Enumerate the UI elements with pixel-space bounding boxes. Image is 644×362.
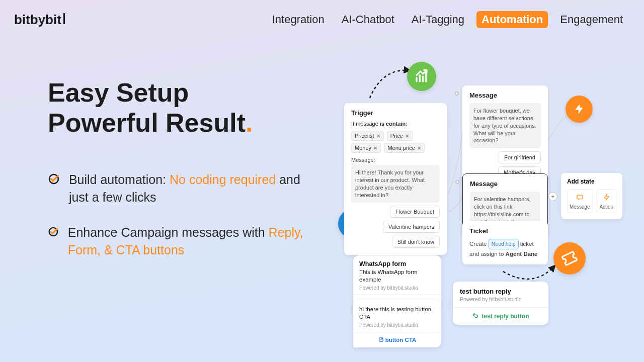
close-icon[interactable]: ✕ bbox=[405, 133, 409, 139]
hero-title: Easy Setup Powerful Result. bbox=[48, 78, 309, 138]
reply-cta[interactable]: test reply button bbox=[460, 308, 541, 325]
ticket-icon bbox=[559, 248, 581, 269]
add-state-action[interactable]: Action bbox=[597, 189, 616, 213]
trigger-title: Trigger bbox=[351, 109, 440, 117]
growth-badge bbox=[407, 62, 436, 91]
close-icon[interactable]: ✕ bbox=[373, 145, 377, 151]
chat-reply-button: test button reply Powered by bitbybit.st… bbox=[453, 282, 548, 325]
logo-cursor bbox=[63, 13, 65, 24]
chat2-sub: Powered by bitbybit.studio bbox=[359, 322, 435, 328]
message-label: Message: bbox=[351, 157, 440, 163]
add-state-message[interactable]: Message bbox=[567, 189, 593, 213]
ticket-title: Ticket bbox=[469, 227, 541, 235]
logo-text: bitbybit bbox=[14, 12, 61, 28]
hero-copy: Easy Setup Powerful Result. Build automa… bbox=[48, 78, 309, 277]
svg-rect-4 bbox=[577, 195, 583, 199]
add-state-panel: Add state Message Action bbox=[561, 173, 622, 219]
close-icon[interactable]: ✕ bbox=[376, 133, 380, 139]
tag-price[interactable]: Price✕ bbox=[387, 131, 413, 141]
automation-badge bbox=[566, 96, 593, 123]
chat1-sub: Powered by bitbybit.studio bbox=[359, 285, 435, 291]
tag-menu-price[interactable]: Menu price✕ bbox=[384, 143, 424, 153]
bolt-icon bbox=[573, 103, 585, 115]
tag-pricelist[interactable]: Pricelist✕ bbox=[351, 131, 384, 141]
chat-button-cta: hi there this is testing button CTA Powe… bbox=[353, 300, 441, 347]
reply-icon bbox=[472, 313, 478, 320]
trigger-condition-pre: If message bbox=[351, 121, 380, 127]
message1-title: Message bbox=[469, 92, 541, 99]
bolt-icon bbox=[599, 194, 614, 203]
option-for-girlfriend[interactable]: For girlfriend bbox=[499, 151, 541, 163]
reply-sub: Powered by bitbybit.studio bbox=[460, 296, 541, 302]
nav-ai-tagging[interactable]: AI-Tagging bbox=[407, 11, 469, 28]
option-flower-bouquet[interactable]: Flower Bouquet bbox=[390, 206, 440, 218]
chat2-cta[interactable]: button CTA bbox=[359, 332, 435, 347]
chat1-title: WhatsApp form bbox=[359, 260, 435, 267]
check-icon bbox=[48, 224, 59, 240]
option-still-dont-know[interactable]: Still don't know bbox=[392, 236, 440, 248]
automation-canvas: Trigger If message is contain: Pricelist… bbox=[302, 58, 634, 359]
trigger-condition-bold: is contain: bbox=[380, 121, 408, 127]
message-icon bbox=[570, 194, 590, 203]
message2-title: Message bbox=[470, 180, 540, 188]
nav-integration[interactable]: Integration bbox=[267, 11, 330, 28]
chat2-body: hi there this is testing button CTA bbox=[359, 306, 435, 321]
message-card-1[interactable]: Message For flower bouquet, we have diff… bbox=[462, 85, 548, 185]
external-link-icon bbox=[378, 337, 384, 342]
nav-engagement[interactable]: Engagement bbox=[555, 11, 628, 28]
main-nav: Integration AI-Chatbot AI-Tagging Automa… bbox=[267, 11, 628, 28]
ticket-tag: Need help bbox=[489, 239, 519, 249]
add-node-button[interactable]: + bbox=[548, 192, 557, 201]
trigger-card[interactable]: Trigger If message is contain: Pricelist… bbox=[344, 103, 447, 255]
nav-automation[interactable]: Automation bbox=[476, 11, 548, 28]
nav-ai-chatbot[interactable]: AI-Chatbot bbox=[337, 11, 399, 28]
chat1-body: This is WhatsApp form example bbox=[359, 268, 435, 284]
close-icon[interactable]: ✕ bbox=[417, 145, 421, 151]
bullet-2: Enhance Campaign messages with Reply, Fo… bbox=[48, 224, 309, 259]
ticket-badge bbox=[553, 242, 586, 275]
trigger-message-body: Hi there! Thank you for your interest in… bbox=[351, 165, 440, 203]
ticket-card[interactable]: Ticket Create Need help ticket and assig… bbox=[462, 221, 548, 264]
logo: bitbybit bbox=[14, 12, 65, 28]
check-icon bbox=[48, 171, 60, 187]
option-valentine-hampers[interactable]: Valentine hampers bbox=[383, 221, 440, 233]
bullet-1: Build automation: No coding required and… bbox=[48, 171, 309, 206]
tag-money[interactable]: Money✕ bbox=[351, 143, 381, 153]
reply-title: test button reply bbox=[460, 288, 541, 295]
message1-body: For flower bouquet, we have different se… bbox=[469, 103, 541, 148]
ticket-agent: Agent Dane bbox=[506, 251, 538, 257]
add-state-title: Add state bbox=[567, 178, 616, 185]
trigger-tags: Pricelist✕ Price✕ Money✕ Menu price✕ bbox=[351, 130, 440, 154]
chart-growth-icon bbox=[414, 69, 429, 84]
